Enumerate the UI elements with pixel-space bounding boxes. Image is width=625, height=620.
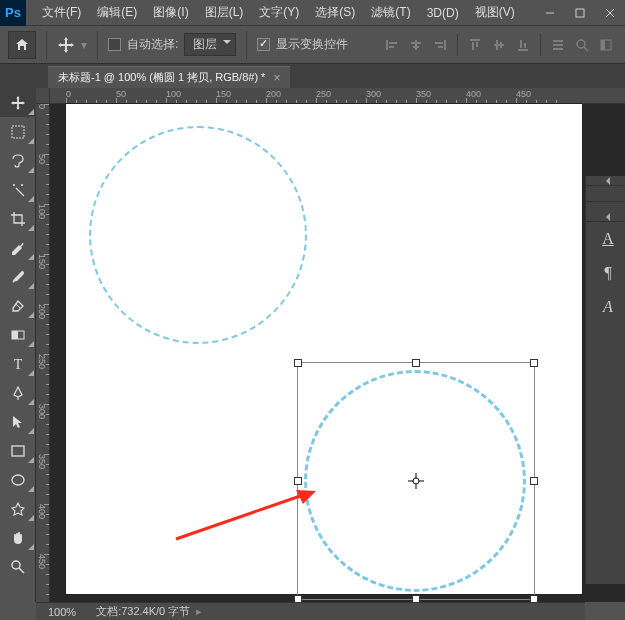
- hand-tool[interactable]: [0, 523, 36, 552]
- zoom-tool[interactable]: [0, 552, 36, 581]
- eraser-tool[interactable]: [0, 291, 36, 320]
- menu-layer[interactable]: 图层(L): [197, 0, 252, 26]
- document-tab-bar: 未标题-1 @ 100% (椭圆 1 拷贝, RGB/8#) * ×: [0, 64, 625, 88]
- menu-select[interactable]: 选择(S): [307, 0, 363, 26]
- move-tool[interactable]: [0, 88, 36, 117]
- align-right-icon[interactable]: [429, 34, 451, 56]
- ellipse-shape-1[interactable]: [89, 126, 307, 344]
- svg-line-42: [176, 494, 306, 539]
- menu-edit[interactable]: 编辑(E): [89, 0, 145, 26]
- menu-type[interactable]: 文字(Y): [251, 0, 307, 26]
- svg-rect-31: [12, 331, 18, 339]
- panel-collapse-button-2[interactable]: [586, 212, 625, 222]
- auto-select-label: 自动选择:: [127, 36, 178, 53]
- svg-point-34: [12, 475, 24, 485]
- status-bar: 100% 文档:732.4K/0 字节▸: [36, 602, 585, 620]
- svg-rect-15: [476, 42, 478, 47]
- ruler-horizontal[interactable]: 050100150200250300350400450: [50, 88, 625, 104]
- tool-indicator: ▾: [46, 31, 87, 59]
- doc-info[interactable]: 文档:732.4K/0 字节: [96, 605, 190, 617]
- canvas[interactable]: [66, 104, 582, 594]
- transform-handle-ml[interactable]: [294, 477, 302, 485]
- crop-tool[interactable]: [0, 204, 36, 233]
- menu-view[interactable]: 视图(V): [467, 0, 523, 26]
- custom-shape-tool[interactable]: [0, 494, 36, 523]
- minimize-button[interactable]: [535, 0, 565, 26]
- svg-point-37: [413, 478, 419, 484]
- zoom-level[interactable]: 100%: [48, 606, 76, 618]
- menu-3d[interactable]: 3D(D): [419, 0, 467, 26]
- svg-rect-22: [553, 40, 563, 42]
- transform-handle-tr[interactable]: [530, 359, 538, 367]
- magic-wand-tool[interactable]: [0, 175, 36, 204]
- svg-rect-33: [12, 446, 24, 456]
- path-select-tool[interactable]: [0, 407, 36, 436]
- character-panel-icon[interactable]: A: [586, 222, 625, 256]
- align-left-icon[interactable]: [381, 34, 403, 56]
- svg-rect-24: [553, 48, 563, 50]
- transform-center-icon[interactable]: [408, 473, 424, 489]
- svg-rect-28: [601, 40, 605, 50]
- svg-rect-13: [470, 39, 480, 41]
- svg-rect-7: [415, 40, 417, 50]
- menu-file[interactable]: 文件(F): [34, 0, 89, 26]
- type-tool[interactable]: T: [0, 349, 36, 378]
- lasso-tool[interactable]: [0, 146, 36, 175]
- workspace-icon[interactable]: [595, 34, 617, 56]
- ruler-vertical[interactable]: 050100150200250300350400450: [36, 104, 50, 602]
- ellipse-tool[interactable]: [0, 465, 36, 494]
- svg-rect-12: [438, 46, 443, 48]
- menu-image[interactable]: 图像(I): [145, 0, 196, 26]
- transform-bounding-box[interactable]: [297, 362, 535, 600]
- svg-text:T: T: [14, 357, 23, 372]
- title-bar: Ps 文件(F) 编辑(E) 图像(I) 图层(L) 文字(Y) 选择(S) 滤…: [0, 0, 625, 26]
- app-logo: Ps: [0, 0, 26, 26]
- svg-line-36: [19, 568, 24, 573]
- close-tab-icon[interactable]: ×: [273, 71, 280, 85]
- paragraph-panel-icon[interactable]: ¶: [586, 256, 625, 290]
- glyphs-panel-icon[interactable]: A: [586, 290, 625, 324]
- options-bar: ▾ 自动选择: 图层 显示变换控件: [0, 26, 625, 64]
- panel-collapse-button[interactable]: [586, 176, 625, 186]
- eyedropper-tool[interactable]: [0, 233, 36, 262]
- svg-point-25: [577, 40, 585, 48]
- svg-rect-9: [413, 46, 419, 48]
- transform-handle-tc[interactable]: [412, 359, 420, 367]
- svg-rect-23: [553, 44, 563, 46]
- align-top-icon[interactable]: [464, 34, 486, 56]
- home-button[interactable]: [8, 31, 36, 59]
- align-center-h-icon[interactable]: [405, 34, 427, 56]
- svg-rect-1: [576, 9, 584, 17]
- close-button[interactable]: [595, 0, 625, 26]
- pen-tool[interactable]: [0, 378, 36, 407]
- show-transform-checkbox[interactable]: [257, 38, 270, 51]
- transform-handle-mr[interactable]: [530, 477, 538, 485]
- svg-rect-29: [12, 126, 24, 138]
- svg-rect-4: [386, 40, 388, 50]
- rectangle-tool[interactable]: [0, 436, 36, 465]
- transform-handle-tl[interactable]: [294, 359, 302, 367]
- workspace: T 050100150200250300350400450 0501001502…: [0, 88, 625, 602]
- marquee-tool[interactable]: [0, 117, 36, 146]
- document-tab[interactable]: 未标题-1 @ 100% (椭圆 1 拷贝, RGB/8#) * ×: [48, 66, 290, 88]
- distribute-icon[interactable]: [547, 34, 569, 56]
- doc-info-menu-icon[interactable]: ▸: [196, 605, 202, 617]
- auto-select-dropdown[interactable]: 图层: [184, 33, 236, 56]
- brush-tool[interactable]: [0, 262, 36, 291]
- svg-rect-21: [524, 43, 526, 48]
- search-icon[interactable]: [571, 34, 593, 56]
- ruler-origin[interactable]: [36, 88, 50, 104]
- svg-rect-18: [500, 42, 502, 48]
- align-bottom-icon[interactable]: [512, 34, 534, 56]
- maximize-button[interactable]: [565, 0, 595, 26]
- svg-point-35: [12, 561, 20, 569]
- auto-select-checkbox[interactable]: [108, 38, 121, 51]
- svg-rect-20: [520, 40, 522, 48]
- svg-rect-16: [494, 44, 504, 46]
- align-center-v-icon[interactable]: [488, 34, 510, 56]
- menu-filter[interactable]: 滤镜(T): [363, 0, 418, 26]
- gradient-tool[interactable]: [0, 320, 36, 349]
- svg-rect-10: [444, 40, 446, 50]
- align-buttons: [381, 34, 617, 56]
- move-tool-icon: [57, 36, 75, 54]
